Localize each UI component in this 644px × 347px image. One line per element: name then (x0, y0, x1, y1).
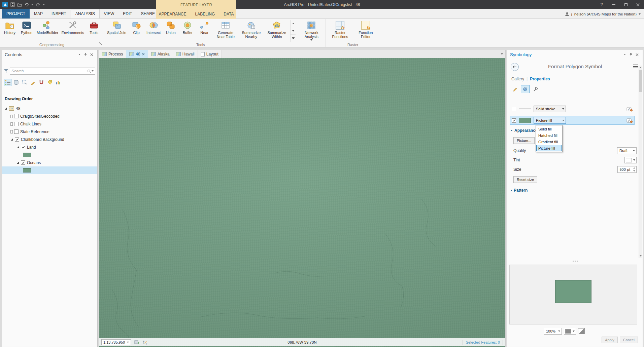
qat-customize-icon[interactable] (43, 4, 45, 5)
expander-open-icon[interactable] (5, 107, 7, 110)
environments-button[interactable]: Environments (60, 20, 86, 35)
tint-color-combo[interactable] (624, 157, 637, 163)
layer-checkbox-unchecked[interactable] (14, 129, 19, 134)
intersect-button[interactable]: Intersect (145, 20, 162, 35)
search-box[interactable] (10, 68, 95, 75)
pin-icon[interactable] (628, 51, 634, 57)
union-button[interactable]: Union (162, 20, 179, 35)
doc-tab-process[interactable]: Process (99, 50, 126, 58)
dialog-launcher-icon[interactable] (99, 42, 102, 46)
filter-icon[interactable] (4, 69, 8, 73)
layer-checkbox-checked[interactable] (21, 160, 25, 165)
oceans-symbol-swatch[interactable] (23, 168, 31, 172)
size-decrement-icon[interactable] (632, 169, 636, 172)
tab-edit[interactable]: EDIT (118, 9, 136, 18)
expander-open-icon[interactable] (17, 146, 19, 148)
tree-item-craigssitesgeocoded[interactable]: CraigsSitesGeocoded (2, 112, 97, 120)
menu-item-picture-fill[interactable]: Picture fill (536, 145, 562, 151)
layers-tab-icon[interactable] (521, 85, 530, 93)
scroll-up-icon[interactable] (639, 66, 642, 70)
pan-arrows-icon[interactable] (142, 339, 148, 345)
fill-layer-row[interactable]: Picture fill (510, 116, 635, 125)
list-by-drawing-order-icon[interactable] (4, 79, 11, 86)
summarize-within-button[interactable]: Summarize Within (264, 20, 290, 39)
search-dropdown-icon[interactable] (92, 70, 94, 72)
list-by-selection-icon[interactable] (21, 79, 28, 86)
doc-tab-hawaii[interactable]: Hawaii (173, 50, 198, 58)
expander-open-icon[interactable] (11, 138, 13, 141)
summarize-nearby-button[interactable]: Summarize Nearby (238, 20, 264, 39)
add-feature-grid-icon[interactable] (134, 339, 140, 345)
tab-map[interactable]: MAP (30, 9, 47, 18)
tab-view[interactable]: VIEW (100, 9, 119, 18)
quality-combo[interactable]: Draft (617, 147, 637, 154)
menu-item-solid-fill[interactable]: Solid fill (536, 126, 562, 132)
tools-button[interactable]: Tools (86, 20, 102, 35)
list-by-snapping-icon[interactable] (38, 79, 45, 86)
close-button[interactable] (632, 0, 644, 9)
cancel-button[interactable]: Cancel (620, 337, 638, 343)
generate-near-table-button[interactable]: Generate Near Table (213, 20, 238, 39)
minimize-button[interactable] (608, 0, 620, 9)
open-project-icon[interactable] (17, 3, 22, 7)
layer-checkbox-unchecked[interactable] (14, 114, 19, 118)
pattern-section-header[interactable]: Pattern (511, 188, 528, 193)
near-button[interactable]: Near (196, 20, 213, 35)
map-canvas[interactable]: 1:13,785,950 068.76W 39.70N Selected Fea… (99, 58, 506, 347)
fill-checkbox-checked[interactable] (512, 118, 516, 123)
menu-icon[interactable] (633, 65, 638, 68)
doc-tab-alaska[interactable]: Alaska (148, 50, 173, 58)
close-pane-icon[interactable] (89, 51, 95, 57)
account-menu[interactable]: j_nelson (ArcGIS Maps for the Nation) (565, 9, 641, 19)
fill-type-combo[interactable]: Picture fill (534, 117, 566, 124)
buffer-button[interactable]: Buffer (179, 20, 196, 35)
search-icon[interactable] (88, 70, 90, 72)
expander-closed-icon[interactable] (11, 130, 12, 133)
tree-item-state-reference[interactable]: State Reference (2, 128, 97, 136)
expander-open-icon[interactable] (17, 161, 19, 164)
pane-menu-icon[interactable] (622, 51, 628, 57)
stroke-layer-row[interactable]: Solid stroke (510, 105, 635, 113)
history-button[interactable]: History (1, 20, 18, 35)
tab-labeling[interactable]: LABELING (191, 9, 219, 19)
layer-checkbox-checked[interactable] (15, 137, 19, 142)
undo-icon[interactable] (24, 3, 29, 7)
redo-icon[interactable] (36, 3, 40, 7)
spatial-join-button[interactable]: Spatial Join (105, 20, 128, 35)
save-icon[interactable] (10, 2, 15, 7)
tree-item-oceans-symbol[interactable] (2, 166, 97, 174)
pin-icon[interactable] (82, 51, 89, 57)
python-button[interactable]: Python (18, 20, 35, 35)
gallery-scroll-up-icon[interactable] (291, 20, 296, 27)
expander-closed-icon[interactable] (11, 123, 12, 125)
maximize-button[interactable] (620, 0, 632, 9)
scale-combo[interactable]: 1:13,785,950 (101, 339, 131, 345)
structure-tab-icon[interactable] (531, 85, 540, 93)
expander-closed-icon[interactable] (11, 115, 12, 118)
menu-item-hatched-fill[interactable]: Hatched fill (536, 132, 562, 139)
size-spinner[interactable]: 500 pt (617, 166, 637, 173)
appearance-section-header[interactable]: Appearance (511, 128, 538, 133)
preview-zoom-combo[interactable]: 100% (544, 328, 562, 335)
tab-appearance[interactable]: APPEARANCE (155, 9, 191, 19)
reset-size-button[interactable]: Reset size (513, 176, 537, 183)
modelbuilder-button[interactable]: ModelBuilder (35, 20, 60, 35)
tab-project[interactable]: PROJECT (2, 9, 30, 18)
close-tab-icon[interactable] (142, 53, 145, 55)
fill-color-picker-icon[interactable] (626, 118, 633, 123)
stroke-checkbox-unchecked[interactable] (512, 107, 516, 111)
gallery-scroll-down-icon[interactable] (291, 27, 296, 35)
preview-splitter[interactable] (509, 259, 641, 263)
list-by-data-source-icon[interactable] (12, 79, 20, 86)
network-analysis-button[interactable]: Network Analysis (299, 20, 324, 41)
stroke-color-picker-icon[interactable] (626, 106, 633, 112)
search-input[interactable] (11, 69, 86, 73)
picture-button[interactable]: Picture... (513, 137, 535, 144)
tab-properties[interactable]: Properties (530, 77, 550, 81)
doc-tab-layout[interactable]: Layout (198, 50, 222, 58)
tree-item-oceans[interactable]: Oceans (2, 159, 97, 166)
layer-checkbox-unchecked[interactable] (14, 122, 19, 126)
selected-features-status[interactable]: Selected Features: 0 (463, 340, 503, 345)
doc-tab-48[interactable]: 48 (126, 50, 148, 58)
layer-checkbox-checked[interactable] (21, 145, 25, 149)
